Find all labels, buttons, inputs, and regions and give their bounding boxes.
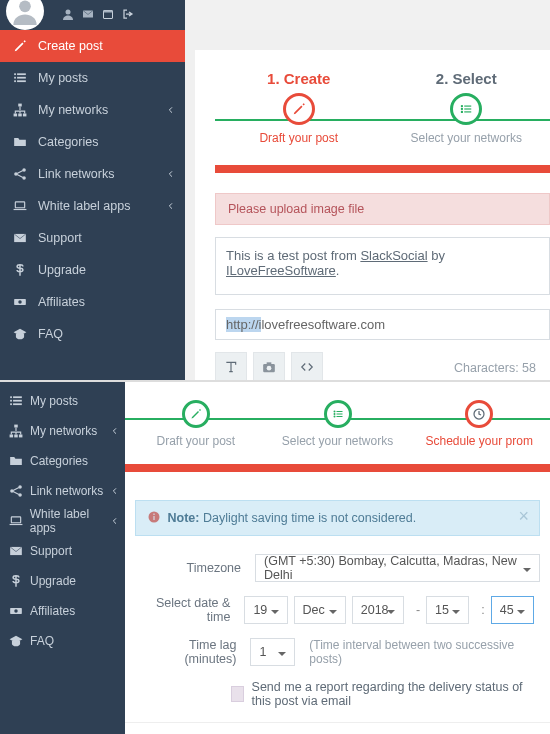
step-draft[interactable]: Draft your post <box>125 400 267 448</box>
info-icon <box>148 511 164 525</box>
menu-label: My networks <box>30 424 97 438</box>
lag-hint: (Time interval between two successive po… <box>309 638 540 666</box>
sidebar-item-upgrade[interactable]: Upgrade <box>0 566 125 596</box>
step-select[interactable]: 2. Select Select your networks <box>383 70 551 145</box>
chevron-left-icon <box>111 514 119 528</box>
sidebar-item-white-label[interactable]: White label apps <box>0 506 125 536</box>
menu-label: Categories <box>30 454 88 468</box>
month-select[interactable]: Dec <box>294 596 346 624</box>
menu-label: White label apps <box>38 199 130 213</box>
sidebar-item-categories[interactable]: Categories <box>0 446 125 476</box>
envelope-icon[interactable] <box>82 8 94 23</box>
menu-label: FAQ <box>38 327 63 341</box>
post-textarea[interactable]: This is a test post from SlackSocial by … <box>215 237 550 295</box>
cap-icon <box>8 633 24 649</box>
pencil-icon <box>12 38 28 54</box>
sidebar-item-support[interactable]: Support <box>0 222 185 254</box>
day-select[interactable]: 19 <box>244 596 287 624</box>
year-select[interactable]: 2018 <box>352 596 404 624</box>
sidebar-item-my-posts[interactable]: My posts <box>0 62 185 94</box>
signout-icon[interactable] <box>122 8 134 23</box>
menu-label: White label apps <box>30 507 117 535</box>
chevron-left-icon <box>167 167 175 181</box>
sidebar: My posts My networks Categories Link net… <box>0 382 125 734</box>
avatar[interactable] <box>6 0 44 30</box>
tz-select[interactable]: (GMT +5:30) Bombay, Calcutta, Madras, Ne… <box>255 554 540 582</box>
sidebar-item-my-networks[interactable]: My networks <box>0 416 125 446</box>
menu-label: Affiliates <box>30 604 75 618</box>
dt-label: Select date & time <box>135 596 244 624</box>
envelope-icon <box>8 543 24 559</box>
folder-icon <box>12 134 28 150</box>
sidebar-item-create-post[interactable]: Create post <box>0 30 185 62</box>
menu-label: Categories <box>38 135 98 149</box>
sidebar-item-affiliates[interactable]: Affiliates <box>0 286 185 318</box>
calendar-icon[interactable] <box>102 8 114 23</box>
money-icon <box>8 603 24 619</box>
sidebar-item-affiliates[interactable]: Affiliates <box>0 596 125 626</box>
step-select[interactable]: Select your networks <box>267 400 409 448</box>
user-icon[interactable] <box>62 8 74 23</box>
code-icon <box>300 360 314 377</box>
money-icon <box>12 294 28 310</box>
sidebar-item-link-networks[interactable]: Link networks <box>0 476 125 506</box>
text-tool-button[interactable] <box>215 352 247 380</box>
sidebar-item-my-networks[interactable]: My networks <box>0 94 185 126</box>
pencil-icon <box>182 400 210 428</box>
sidebar-item-faq[interactable]: FAQ <box>0 318 185 350</box>
lag-select[interactable]: 1 <box>250 638 295 666</box>
pencil-icon <box>283 93 315 125</box>
report-checkbox[interactable] <box>231 686 244 702</box>
step-sub: Draft your post <box>125 434 267 448</box>
report-label: Send me a report regarding the delivery … <box>252 680 540 708</box>
camera-tool-button[interactable] <box>253 352 285 380</box>
menu-label: My networks <box>38 103 108 117</box>
clock-icon <box>465 400 493 428</box>
step-schedule[interactable]: Schedule your prom <box>408 400 550 448</box>
sidebar-item-link-networks[interactable]: Link networks <box>0 158 185 190</box>
sidebar-item-categories[interactable]: Categories <box>0 126 185 158</box>
share-icon <box>8 483 24 499</box>
step-sub: Draft your post <box>215 131 383 145</box>
main-content: Draft your post Select your networks Sch… <box>125 382 550 734</box>
step-sub: Select your networks <box>383 131 551 145</box>
list-icon <box>8 393 24 409</box>
chevron-down-icon <box>387 603 395 617</box>
sidebar-item-support[interactable]: Support <box>0 536 125 566</box>
dst-note: Note: Daylight saving time is not consid… <box>135 500 540 536</box>
chevron-down-icon <box>523 561 531 575</box>
menu-label: Support <box>38 231 82 245</box>
tz-value: (GMT +5:30) Bombay, Calcutta, Madras, Ne… <box>264 554 531 582</box>
code-tool-button[interactable] <box>291 352 323 380</box>
dollar-icon <box>8 573 24 589</box>
sidebar-item-upgrade[interactable]: Upgrade <box>0 254 185 286</box>
close-icon[interactable]: × <box>518 509 529 523</box>
step-sub: Select your networks <box>267 434 409 448</box>
wizard-steps: Draft your post Select your networks Sch… <box>125 382 550 448</box>
colon-sep: : <box>481 603 484 617</box>
dollar-icon <box>12 262 28 278</box>
sidebar: Create post My posts My networks Categor… <box>0 0 185 380</box>
sidebar-item-faq[interactable]: FAQ <box>0 626 125 656</box>
step-sub: Schedule your prom <box>408 434 550 448</box>
list-icon <box>12 70 28 86</box>
menu-label: Support <box>30 544 72 558</box>
camera-icon <box>262 360 276 377</box>
sitemap-icon <box>12 102 28 118</box>
menu-label: Link networks <box>38 167 114 181</box>
chevron-down-icon <box>278 645 286 659</box>
chevron-down-icon <box>452 603 460 617</box>
step-title: 2. Select <box>383 70 551 87</box>
progress-bar <box>215 165 550 173</box>
step-create[interactable]: 1. Create Draft your post <box>215 70 383 145</box>
sidebar-item-my-posts[interactable]: My posts <box>0 386 125 416</box>
sidebar-item-white-label[interactable]: White label apps <box>0 190 185 222</box>
url-input[interactable]: http://ilovefreesoftware.com <box>215 309 550 340</box>
hour-select[interactable]: 15 <box>426 596 469 624</box>
laptop-icon <box>12 198 28 214</box>
menu-icon <box>450 93 482 125</box>
minute-select[interactable]: 45 <box>491 596 534 624</box>
menu-label: Upgrade <box>30 574 76 588</box>
menu-label: Affiliates <box>38 295 85 309</box>
chevron-left-icon <box>111 484 119 498</box>
